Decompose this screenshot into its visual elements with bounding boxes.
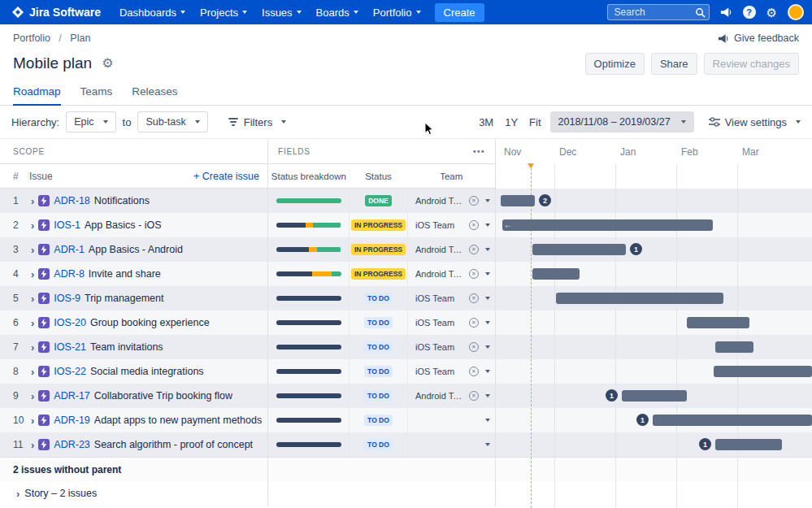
remove-team-icon[interactable] bbox=[469, 220, 479, 230]
remove-team-icon[interactable] bbox=[469, 293, 479, 303]
give-feedback-button[interactable]: Give feedback bbox=[718, 33, 799, 44]
issue-key-link[interactable]: ADR-1 bbox=[54, 244, 85, 255]
gantt-bar[interactable] bbox=[715, 439, 782, 450]
expand-chevron-icon[interactable] bbox=[31, 415, 34, 427]
remove-team-icon[interactable] bbox=[469, 196, 479, 206]
chevron-down-icon[interactable] bbox=[485, 443, 490, 446]
filters-dropdown[interactable]: Filters bbox=[228, 116, 286, 128]
plan-settings-gear-icon[interactable]: ⚙ bbox=[102, 57, 113, 70]
help-icon[interactable]: ? bbox=[743, 6, 756, 19]
expand-chevron-icon[interactable] bbox=[31, 268, 34, 280]
chevron-down-icon[interactable] bbox=[485, 199, 490, 202]
remove-team-icon[interactable] bbox=[469, 245, 479, 254]
gantt-bar[interactable] bbox=[502, 219, 713, 231]
remove-team-icon[interactable] bbox=[469, 367, 479, 376]
zoom-1y-button[interactable]: 1Y bbox=[499, 112, 523, 132]
chevron-down-icon[interactable] bbox=[485, 394, 490, 397]
chevron-down-icon[interactable] bbox=[485, 345, 490, 349]
nav-menu-portfolio[interactable]: Portfolio bbox=[366, 0, 428, 24]
expand-chevron-icon[interactable] bbox=[31, 439, 34, 451]
review-changes-button[interactable]: Review changes bbox=[704, 53, 799, 75]
jira-brand[interactable]: Jira Software bbox=[11, 6, 101, 19]
remove-team-icon[interactable] bbox=[469, 269, 479, 279]
team-cell[interactable]: Android Team bbox=[408, 237, 496, 262]
create-button[interactable]: Create bbox=[435, 3, 484, 22]
zoom-fit-button[interactable]: Fit bbox=[523, 112, 546, 132]
chevron-down-icon[interactable] bbox=[485, 370, 490, 373]
dependency-badge[interactable]: 1 bbox=[636, 414, 649, 426]
story-group-toggle[interactable]: Story – 2 issues bbox=[0, 481, 268, 506]
issue-key-link[interactable]: ADR-8 bbox=[54, 268, 85, 280]
team-cell[interactable]: iOS Team bbox=[408, 335, 496, 359]
view-settings-dropdown[interactable]: View settings bbox=[709, 116, 801, 128]
issue-key-link[interactable]: ADR-17 bbox=[54, 390, 89, 402]
chevron-down-icon[interactable] bbox=[485, 272, 490, 276]
issue-key-link[interactable]: ADR-23 bbox=[54, 439, 89, 450]
issue-key-link[interactable]: IOS-1 bbox=[54, 219, 80, 231]
share-button[interactable]: Share bbox=[651, 53, 697, 75]
optimize-button[interactable]: Optimize bbox=[585, 53, 645, 75]
remove-team-icon[interactable] bbox=[469, 342, 479, 352]
expand-chevron-icon[interactable] bbox=[31, 366, 34, 378]
issue-key-link[interactable]: ADR-18 bbox=[54, 195, 89, 206]
team-cell[interactable] bbox=[408, 408, 496, 432]
expand-chevron-icon[interactable] bbox=[31, 219, 34, 232]
nav-menu-issues[interactable]: Issues bbox=[254, 0, 309, 24]
user-avatar[interactable] bbox=[788, 4, 804, 20]
team-cell[interactable]: iOS Team bbox=[408, 213, 496, 237]
issue-key-link[interactable]: IOS-20 bbox=[54, 317, 86, 328]
tab-roadmap[interactable]: Roadmap bbox=[13, 80, 61, 106]
gantt-bar[interactable] bbox=[501, 195, 535, 206]
remove-team-icon[interactable] bbox=[469, 391, 479, 401]
expand-chevron-icon[interactable] bbox=[31, 195, 34, 207]
gantt-bar[interactable] bbox=[687, 317, 749, 328]
team-cell[interactable] bbox=[408, 432, 496, 457]
gantt-bar[interactable] bbox=[532, 244, 626, 255]
chevron-down-icon[interactable] bbox=[485, 419, 490, 422]
dependency-badge[interactable]: 1 bbox=[630, 243, 642, 255]
zoom-3m-button[interactable]: 3M bbox=[473, 112, 499, 132]
settings-gear-icon[interactable]: ⚙ bbox=[766, 7, 777, 19]
gantt-bar[interactable] bbox=[715, 341, 753, 353]
team-cell[interactable]: iOS Team bbox=[408, 310, 496, 335]
dependency-badge[interactable]: 1 bbox=[606, 389, 618, 402]
expand-chevron-icon[interactable] bbox=[31, 390, 34, 402]
team-cell[interactable]: Android Team bbox=[408, 262, 496, 286]
team-cell[interactable]: Android Team bbox=[408, 189, 496, 213]
issue-key-link[interactable]: IOS-21 bbox=[54, 341, 86, 353]
more-options-icon[interactable] bbox=[473, 147, 485, 156]
expand-chevron-icon[interactable] bbox=[31, 293, 34, 305]
team-cell[interactable]: iOS Team bbox=[408, 359, 496, 384]
nav-menu-boards[interactable]: Boards bbox=[309, 0, 366, 24]
expand-chevron-icon[interactable] bbox=[31, 341, 34, 354]
hierarchy-to-dropdown[interactable]: Sub-task bbox=[137, 111, 207, 132]
gantt-bar[interactable] bbox=[622, 390, 687, 402]
date-range-button[interactable]: 2018/11/08 – 2019/03/27 bbox=[550, 111, 694, 132]
gantt-bar[interactable] bbox=[532, 268, 580, 280]
nav-menu-projects[interactable]: Projects bbox=[193, 0, 254, 24]
chevron-down-icon[interactable] bbox=[485, 321, 490, 324]
tab-releases[interactable]: Releases bbox=[132, 80, 177, 106]
expand-chevron-icon[interactable] bbox=[31, 317, 34, 329]
hierarchy-from-dropdown[interactable]: Epic bbox=[66, 111, 115, 132]
issue-key-link[interactable]: IOS-22 bbox=[54, 366, 86, 377]
chevron-down-icon[interactable] bbox=[485, 297, 490, 300]
nav-menu-dashboards[interactable]: Dashboards bbox=[112, 0, 193, 24]
megaphone-icon[interactable] bbox=[720, 7, 732, 18]
chevron-down-icon[interactable] bbox=[485, 224, 490, 227]
gantt-bar[interactable] bbox=[653, 415, 812, 426]
create-issue-link[interactable]: + Create issue bbox=[193, 171, 267, 182]
dependency-badge[interactable]: 2 bbox=[539, 194, 551, 206]
expand-chevron-icon[interactable] bbox=[31, 244, 34, 256]
gantt-bar[interactable] bbox=[556, 293, 723, 304]
team-cell[interactable]: iOS Team bbox=[408, 286, 496, 310]
team-cell[interactable]: Android Team bbox=[408, 384, 496, 408]
tab-teams[interactable]: Teams bbox=[80, 80, 113, 106]
breadcrumb-plan[interactable]: Plan bbox=[70, 33, 90, 44]
chevron-down-icon[interactable] bbox=[485, 248, 490, 251]
remove-team-icon[interactable] bbox=[469, 318, 479, 328]
issue-key-link[interactable]: IOS-9 bbox=[54, 293, 80, 304]
dependency-badge[interactable]: 1 bbox=[699, 438, 711, 450]
issue-key-link[interactable]: ADR-19 bbox=[54, 415, 89, 426]
gantt-bar[interactable] bbox=[714, 366, 812, 377]
